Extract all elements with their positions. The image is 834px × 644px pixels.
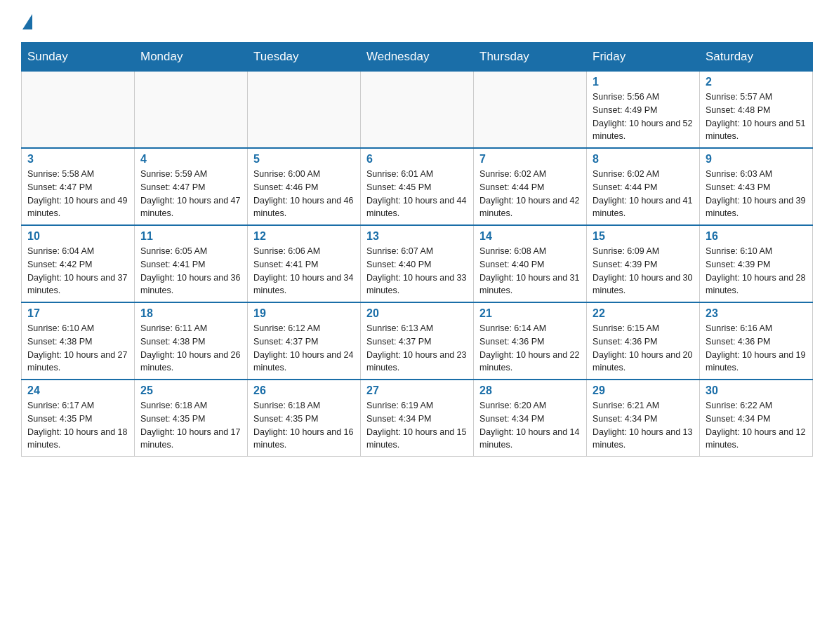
calendar-cell: 10Sunrise: 6:04 AMSunset: 4:42 PMDayligh…	[22, 225, 135, 302]
day-info: Sunrise: 6:09 AMSunset: 4:39 PMDaylight:…	[593, 245, 694, 297]
calendar-cell: 14Sunrise: 6:08 AMSunset: 4:40 PMDayligh…	[474, 225, 587, 302]
calendar-cell: 4Sunrise: 5:59 AMSunset: 4:47 PMDaylight…	[135, 148, 248, 225]
calendar-cell: 29Sunrise: 6:21 AMSunset: 4:34 PMDayligh…	[587, 380, 700, 457]
day-number: 5	[253, 153, 355, 166]
day-info: Sunrise: 5:56 AMSunset: 4:49 PMDaylight:…	[593, 90, 694, 143]
calendar-cell: 19Sunrise: 6:12 AMSunset: 4:37 PMDayligh…	[248, 302, 361, 380]
calendar-cell: 3Sunrise: 5:58 AMSunset: 4:47 PMDaylight…	[22, 148, 135, 225]
day-number: 16	[706, 230, 807, 243]
day-info: Sunrise: 6:13 AMSunset: 4:37 PMDaylight:…	[366, 322, 468, 375]
day-number: 25	[140, 384, 241, 397]
day-info: Sunrise: 6:05 AMSunset: 4:41 PMDaylight:…	[140, 245, 241, 297]
day-info: Sunrise: 6:04 AMSunset: 4:42 PMDaylight:…	[27, 245, 128, 297]
day-number: 7	[479, 153, 581, 166]
day-info: Sunrise: 6:10 AMSunset: 4:38 PMDaylight:…	[27, 322, 128, 375]
calendar-cell: 9Sunrise: 6:03 AMSunset: 4:43 PMDaylight…	[700, 148, 813, 225]
day-number: 10	[27, 230, 128, 243]
weekday-header-wednesday: Wednesday	[361, 43, 474, 72]
calendar-cell	[474, 72, 587, 149]
calendar-cell: 30Sunrise: 6:22 AMSunset: 4:34 PMDayligh…	[700, 380, 813, 457]
calendar-cell	[22, 72, 135, 149]
weekday-header-friday: Friday	[587, 43, 700, 72]
calendar-week-row: 24Sunrise: 6:17 AMSunset: 4:35 PMDayligh…	[22, 380, 813, 457]
calendar-cell: 7Sunrise: 6:02 AMSunset: 4:44 PMDaylight…	[474, 148, 587, 225]
weekday-header-monday: Monday	[135, 43, 248, 72]
day-number: 13	[366, 230, 468, 243]
day-info: Sunrise: 6:02 AMSunset: 4:44 PMDaylight:…	[593, 168, 694, 220]
day-number: 22	[593, 307, 694, 320]
day-number: 26	[253, 384, 355, 397]
logo	[21, 14, 32, 28]
calendar-cell	[248, 72, 361, 149]
day-number: 18	[140, 307, 241, 320]
calendar-cell: 23Sunrise: 6:16 AMSunset: 4:36 PMDayligh…	[700, 302, 813, 380]
calendar-cell: 6Sunrise: 6:01 AMSunset: 4:45 PMDaylight…	[361, 148, 474, 225]
calendar-cell: 17Sunrise: 6:10 AMSunset: 4:38 PMDayligh…	[22, 302, 135, 380]
day-number: 28	[479, 384, 581, 397]
calendar-week-row: 1Sunrise: 5:56 AMSunset: 4:49 PMDaylight…	[22, 72, 813, 149]
day-info: Sunrise: 6:18 AMSunset: 4:35 PMDaylight:…	[140, 399, 241, 452]
day-number: 4	[140, 153, 241, 166]
day-number: 29	[593, 384, 694, 397]
day-number: 27	[366, 384, 468, 397]
calendar-cell: 15Sunrise: 6:09 AMSunset: 4:39 PMDayligh…	[587, 225, 700, 302]
calendar-cell: 5Sunrise: 6:00 AMSunset: 4:46 PMDaylight…	[248, 148, 361, 225]
calendar-cell	[135, 72, 248, 149]
day-info: Sunrise: 6:14 AMSunset: 4:36 PMDaylight:…	[479, 322, 581, 375]
day-info: Sunrise: 6:10 AMSunset: 4:39 PMDaylight:…	[706, 245, 807, 297]
day-number: 12	[253, 230, 355, 243]
calendar-cell	[361, 72, 474, 149]
weekday-header-saturday: Saturday	[700, 43, 813, 72]
day-info: Sunrise: 5:58 AMSunset: 4:47 PMDaylight:…	[27, 168, 128, 220]
day-info: Sunrise: 6:20 AMSunset: 4:34 PMDaylight:…	[479, 399, 581, 452]
calendar-cell: 24Sunrise: 6:17 AMSunset: 4:35 PMDayligh…	[22, 380, 135, 457]
day-info: Sunrise: 6:03 AMSunset: 4:43 PMDaylight:…	[706, 168, 807, 220]
calendar-cell: 25Sunrise: 6:18 AMSunset: 4:35 PMDayligh…	[135, 380, 248, 457]
day-number: 8	[593, 153, 694, 166]
day-info: Sunrise: 6:00 AMSunset: 4:46 PMDaylight:…	[253, 168, 355, 220]
day-number: 17	[27, 307, 128, 320]
calendar-cell: 20Sunrise: 6:13 AMSunset: 4:37 PMDayligh…	[361, 302, 474, 380]
day-number: 23	[706, 307, 807, 320]
day-info: Sunrise: 6:15 AMSunset: 4:36 PMDaylight:…	[593, 322, 694, 375]
day-info: Sunrise: 6:17 AMSunset: 4:35 PMDaylight:…	[27, 399, 128, 452]
day-info: Sunrise: 6:18 AMSunset: 4:35 PMDaylight:…	[253, 399, 355, 452]
weekday-header-tuesday: Tuesday	[248, 43, 361, 72]
calendar-week-row: 17Sunrise: 6:10 AMSunset: 4:38 PMDayligh…	[22, 302, 813, 380]
calendar-cell: 26Sunrise: 6:18 AMSunset: 4:35 PMDayligh…	[248, 380, 361, 457]
calendar-week-row: 3Sunrise: 5:58 AMSunset: 4:47 PMDaylight…	[22, 148, 813, 225]
day-number: 9	[706, 153, 807, 166]
calendar-cell: 21Sunrise: 6:14 AMSunset: 4:36 PMDayligh…	[474, 302, 587, 380]
logo-triangle-icon	[22, 14, 32, 29]
day-info: Sunrise: 6:22 AMSunset: 4:34 PMDaylight:…	[706, 399, 807, 452]
day-info: Sunrise: 6:16 AMSunset: 4:36 PMDaylight:…	[706, 322, 807, 375]
calendar-cell: 27Sunrise: 6:19 AMSunset: 4:34 PMDayligh…	[361, 380, 474, 457]
day-info: Sunrise: 6:12 AMSunset: 4:37 PMDaylight:…	[253, 322, 355, 375]
weekday-header-thursday: Thursday	[474, 43, 587, 72]
day-number: 19	[253, 307, 355, 320]
calendar-cell: 16Sunrise: 6:10 AMSunset: 4:39 PMDayligh…	[700, 225, 813, 302]
day-info: Sunrise: 6:21 AMSunset: 4:34 PMDaylight:…	[593, 399, 694, 452]
calendar-cell: 8Sunrise: 6:02 AMSunset: 4:44 PMDaylight…	[587, 148, 700, 225]
calendar-cell: 28Sunrise: 6:20 AMSunset: 4:34 PMDayligh…	[474, 380, 587, 457]
calendar-cell: 1Sunrise: 5:56 AMSunset: 4:49 PMDaylight…	[587, 72, 700, 149]
calendar-week-row: 10Sunrise: 6:04 AMSunset: 4:42 PMDayligh…	[22, 225, 813, 302]
calendar-cell: 2Sunrise: 5:57 AMSunset: 4:48 PMDaylight…	[700, 72, 813, 149]
calendar-cell: 13Sunrise: 6:07 AMSunset: 4:40 PMDayligh…	[361, 225, 474, 302]
day-info: Sunrise: 6:08 AMSunset: 4:40 PMDaylight:…	[479, 245, 581, 297]
day-number: 24	[27, 384, 128, 397]
day-number: 14	[479, 230, 581, 243]
calendar-cell: 11Sunrise: 6:05 AMSunset: 4:41 PMDayligh…	[135, 225, 248, 302]
weekday-header-sunday: Sunday	[22, 43, 135, 72]
day-number: 15	[593, 230, 694, 243]
day-number: 3	[27, 153, 128, 166]
day-number: 2	[706, 76, 807, 88]
day-info: Sunrise: 6:06 AMSunset: 4:41 PMDaylight:…	[253, 245, 355, 297]
day-info: Sunrise: 6:02 AMSunset: 4:44 PMDaylight:…	[479, 168, 581, 220]
calendar-cell: 12Sunrise: 6:06 AMSunset: 4:41 PMDayligh…	[248, 225, 361, 302]
day-number: 6	[366, 153, 468, 166]
calendar-table: SundayMondayTuesdayWednesdayThursdayFrid…	[21, 42, 813, 457]
day-number: 20	[366, 307, 468, 320]
weekday-header-row: SundayMondayTuesdayWednesdayThursdayFrid…	[22, 43, 813, 72]
day-info: Sunrise: 6:01 AMSunset: 4:45 PMDaylight:…	[366, 168, 468, 220]
